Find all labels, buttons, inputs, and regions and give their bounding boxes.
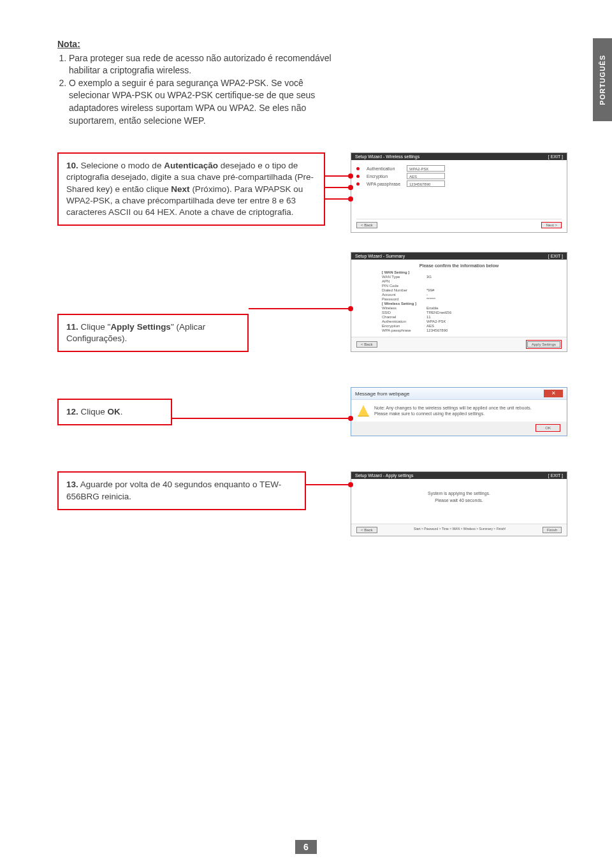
note-section: Nota: Para proteger sua rede de acesso n… [57, 38, 338, 127]
step-13-row: 13. Aguarde por volta de 40 segundos enq… [57, 471, 567, 536]
note-item-2: O exemplo a seguir é para segurança WPA2… [69, 77, 338, 127]
page: PORTUGUÊS Nota: Para proteger sua rede d… [0, 0, 612, 868]
step-11-row: 11. Clique "Apply Settings" (Aplicar Con… [57, 271, 567, 352]
step-12-row: 12. Clique OK. Message from webpage ✕ No… [57, 387, 567, 436]
screenshot-summary: Setup Wizard - Summary[ EXIT ] Please co… [351, 252, 567, 352]
language-tab: PORTUGUÊS [593, 38, 612, 121]
apply-settings-button[interactable]: Apply Settings [527, 341, 560, 348]
back-button[interactable]: < Back [356, 527, 377, 533]
screenshot-dialog: Message from webpage ✕ Note: Any changes… [351, 387, 567, 436]
ss11-body: Please confirm the information below [ W… [351, 260, 567, 337]
note-title: Nota: [57, 39, 80, 49]
step-12-callout: 12. Clique OK. [57, 399, 172, 425]
finish-button[interactable]: Finish [543, 527, 562, 533]
ss11-header: Setup Wizard - Summary[ EXIT ] [351, 253, 567, 260]
ss13-body: System is applying the settings. Please … [351, 479, 567, 524]
note-body: Para proteger sua rede de acesso não aut… [57, 52, 338, 128]
ok-button[interactable]: OK [536, 424, 560, 432]
ss10-body: AuthenticationWPA2-PSK EncryptionAES WPA… [351, 160, 567, 232]
ss13-header: Setup Wizard - Apply settings[ EXIT ] [351, 472, 567, 479]
page-number: 6 [295, 840, 317, 854]
connector-12 [172, 418, 351, 419]
dialog-body: Note: Any changes to the wireless settin… [351, 400, 567, 422]
close-icon[interactable]: ✕ [544, 390, 563, 397]
back-button[interactable]: < Back [356, 341, 377, 348]
step-10-callout: 10. Selecione o modo de Autenticação des… [57, 152, 325, 226]
screenshot-apply: Setup Wizard - Apply settings[ EXIT ] Sy… [351, 471, 567, 536]
back-button[interactable]: < Back [356, 222, 377, 228]
step-10-row: 10. Selecione o modo de Autenticação des… [57, 152, 567, 233]
connector-11 [249, 308, 351, 309]
screenshot-wireless-settings: Setup Wizard - Wireless settings [ EXIT … [351, 152, 567, 233]
connector-13 [306, 484, 351, 485]
ss13-nav: < Back Start > Password > Time > WAN > W… [351, 524, 567, 536]
dialog-title: Message from webpage ✕ [351, 388, 567, 400]
note-item-1: Para proteger sua rede de acesso não aut… [69, 52, 338, 77]
warning-icon [358, 405, 369, 416]
step-11-callout: 11. Clique "Apply Settings" (Aplicar Con… [57, 314, 249, 352]
step-13-callout: 13. Aguarde por volta de 40 segundos enq… [57, 471, 306, 510]
dialog-footer: OK [351, 422, 567, 436]
connector-10 [325, 175, 351, 214]
ss10-header: Setup Wizard - Wireless settings [ EXIT … [351, 153, 567, 160]
language-tab-label: PORTUGUÊS [599, 55, 606, 105]
next-button[interactable]: Next > [541, 222, 562, 228]
